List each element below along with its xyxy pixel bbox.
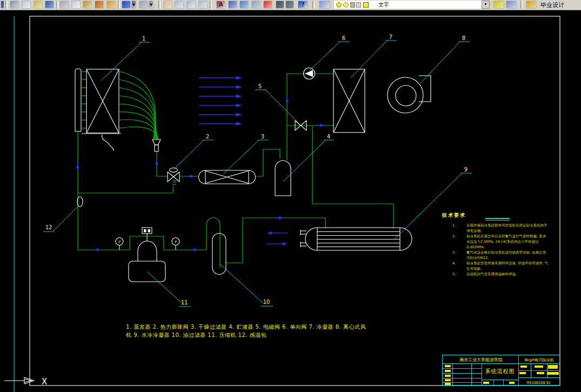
evaporator[interactable] [75, 69, 121, 151]
component-labels[interactable]: 1 2 3 4 5 6 7 8 9 10 11 12 [43, 34, 472, 307]
thermal-expansion-valve[interactable] [168, 168, 179, 182]
print-preview-icon[interactable] [22, 1, 31, 9]
tb-text-placeholder [445, 383, 451, 385]
label-8: 8 [462, 35, 465, 41]
make-object-layer-current-icon[interactable] [493, 1, 504, 9]
print-icon[interactable] [10, 1, 19, 9]
tb-line [503, 380, 504, 385]
toolbar-separator [5, 1, 8, 9]
title-block-org: 南京工业大学能源学院 [445, 357, 517, 363]
label-11: 11 [181, 300, 188, 305]
label-9: 9 [464, 167, 468, 172]
oil-filter[interactable] [212, 234, 226, 275]
label-5: 5 [258, 83, 262, 89]
open-icon[interactable] [1, 1, 4, 9]
compressor[interactable]: P P [116, 228, 179, 282]
tb-line [443, 378, 482, 378]
chevron-down-icon[interactable]: ▾ [482, 1, 490, 9]
distributor [152, 139, 161, 145]
tb-text-placeholder [483, 382, 489, 384]
liquid-receiver[interactable] [275, 161, 291, 196]
tb-line [518, 370, 559, 371]
tb-text-placeholder [445, 365, 451, 367]
zoom-previous-icon[interactable] [198, 1, 208, 9]
calculator-icon[interactable] [285, 1, 294, 9]
tb-line [493, 380, 494, 385]
match-properties-icon[interactable] [95, 1, 104, 9]
label-6: 6 [342, 35, 345, 41]
water-cooled-condenser[interactable] [300, 228, 412, 250]
label-3: 3 [261, 134, 264, 139]
tb-text-placeholder [445, 379, 451, 381]
drawing-canvas[interactable]: X [0, 0, 581, 392]
layer-freeze-icon [343, 2, 349, 8]
layer-combo[interactable]: 文字 ▾ [334, 1, 490, 9]
sheet-set-icon[interactable] [263, 1, 272, 9]
redo-icon[interactable] [139, 1, 148, 9]
spell-check-icon[interactable] [34, 1, 43, 9]
air-flow-arrows [199, 76, 242, 126]
tech-requirements-heading[interactable]: 技术要求 [442, 212, 466, 219]
pan-icon[interactable] [163, 1, 172, 9]
cut-icon[interactable] [59, 1, 69, 9]
drawing-title: 系统流程图 [482, 368, 518, 375]
undo-icon[interactable] [122, 1, 131, 9]
pressure-gauge-high: P [172, 238, 179, 250]
redo-dropdown-icon[interactable]: ▾ [149, 1, 153, 9]
text-style-icon[interactable]: A [216, 1, 225, 9]
tb-line [443, 363, 559, 364]
svg-text:P: P [118, 240, 121, 244]
zoom-realtime-icon[interactable] [175, 1, 184, 9]
object-properties-icon[interactable] [239, 1, 249, 9]
layer-properties-icon[interactable] [228, 1, 237, 9]
publish-web-icon[interactable] [45, 1, 54, 9]
table-icon[interactable] [276, 1, 284, 9]
layer-name-value: 文字 [378, 1, 389, 9]
copy-icon[interactable] [71, 1, 81, 9]
layer-previous-icon[interactable] [506, 1, 517, 9]
centrifugal-fan[interactable] [388, 76, 431, 113]
legend-line-2[interactable]: 机 9. 水冷冷凝器 10. 油过滤器 11. 压缩机 12. 感温包 [126, 331, 266, 339]
zoom-window-icon[interactable] [186, 1, 196, 9]
tb-line [471, 363, 472, 385]
workspace-label[interactable]: 毕业设计 [540, 1, 564, 9]
tb-line [443, 368, 482, 369]
tech-requirement-item: 1.安装焊接制冷系统部件与管道时应保证制冷系统内干净无杂物; [451, 223, 552, 234]
tech-requirement-item: 2.制冷系统安装完毕后应对氮气进行气密性检漏, 要求试压压力2.5MPa, 24… [451, 234, 552, 250]
condenser[interactable] [333, 69, 365, 132]
legend-line-1[interactable]: 1. 蒸发器 2. 热力膨胀阀 3. 干燥过滤器 4. 贮液器 5. 电磁阀 6… [126, 323, 366, 331]
svg-text:P: P [175, 240, 177, 244]
label-7: 7 [389, 34, 392, 40]
title-block[interactable]: 南京工业大学能源学院 8kg/h柜式除湿机 系统流程图 RX100208-0 [442, 355, 560, 386]
drier-filter[interactable] [199, 170, 256, 184]
label-4: 4 [327, 134, 330, 139]
image-icon[interactable] [251, 1, 261, 9]
tb-line [531, 363, 531, 377]
undo-dropdown-icon[interactable]: ▾ [131, 1, 136, 9]
toolbar-separator [118, 1, 120, 9]
terminal-box [142, 228, 152, 234]
drain-tube [102, 135, 113, 151]
ucs-icon: X [4, 377, 47, 387]
pressure-gauge-low: P [116, 238, 123, 250]
label-12: 12 [45, 224, 52, 230]
label-10: 10 [263, 299, 270, 305]
tb-text-placeholder [537, 372, 544, 374]
tb-line [547, 363, 547, 377]
label-1: 1 [142, 36, 145, 42]
distributor-tubes[interactable] [119, 71, 161, 151]
annotate-icon[interactable] [526, 1, 537, 9]
toolbar-separator [56, 1, 58, 9]
paste-icon[interactable] [83, 1, 92, 9]
layer-color-swatch [363, 2, 369, 8]
tb-text-placeholder [519, 372, 526, 374]
tech-requirements-list[interactable]: 1.安装焊接制冷系统部件与管道时应保证制冷系统内干净无杂物;2.制冷系统安装完毕… [451, 223, 552, 277]
tech-requirement-item: 4.制冷系统管道焊接采用钎焊连接, 焊缝不得有虚焊, 气孔等现象; [451, 261, 552, 271]
toolbar-separator [210, 1, 212, 9]
toolbar-separator [520, 1, 523, 9]
edit-icon[interactable] [106, 1, 116, 9]
help-icon[interactable]: ? [298, 1, 308, 9]
heading-underline-2 [485, 220, 510, 221]
layer-plot-icon [356, 2, 361, 8]
layers-icon[interactable] [319, 1, 330, 9]
